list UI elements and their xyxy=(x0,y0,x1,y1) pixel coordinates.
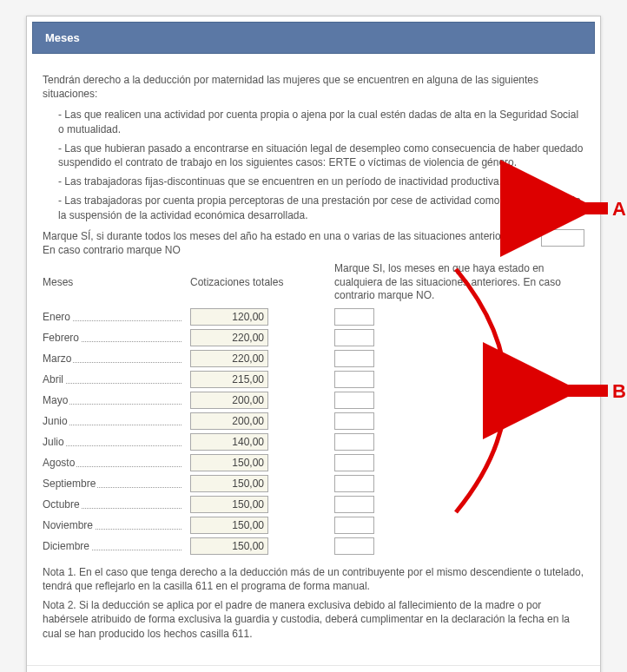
col-marque-si-header: Marque SI, los meses en que haya estado … xyxy=(329,262,584,306)
cotizacion-input[interactable] xyxy=(190,329,268,346)
month-cell: Noviembre xyxy=(43,516,182,535)
month-cell: Agosto xyxy=(43,453,182,472)
month-cell: Septiembre xyxy=(43,474,182,493)
modal-title: Meses xyxy=(32,22,595,54)
modal-body: Tendrán derecho a la deducción por mater… xyxy=(27,59,600,658)
month-si-input[interactable] xyxy=(334,308,374,326)
cotizacion-input[interactable] xyxy=(190,412,268,430)
month-cell: Enero xyxy=(43,307,182,326)
month-cell: Marzo xyxy=(43,349,182,368)
situation-item: Las trabajadoras fijas-discontinuas que … xyxy=(58,175,584,188)
month-cell: Junio xyxy=(43,412,182,431)
month-label: Marzo xyxy=(43,352,73,365)
situation-item: Las que realicen una actividad por cuent… xyxy=(58,108,584,135)
all-year-question-text: Marque SÍ, si durante todos los meses de… xyxy=(43,229,541,257)
month-cell: Diciembre xyxy=(43,537,182,556)
marker-a-label: A xyxy=(612,198,626,221)
month-label: Octubre xyxy=(43,498,82,511)
month-cell: Febrero xyxy=(43,328,182,347)
month-label: Agosto xyxy=(43,457,76,469)
note-1: Nota 1. En el caso que tenga derecho a l… xyxy=(43,565,584,593)
cotizacion-input[interactable] xyxy=(190,537,268,555)
month-si-input[interactable] xyxy=(334,392,374,409)
cotizacion-input[interactable] xyxy=(190,433,268,451)
months-grid: Meses Cotizaciones totales Marque SI, lo… xyxy=(43,262,584,557)
cotizacion-input[interactable] xyxy=(190,371,268,388)
month-label: Mayo xyxy=(43,394,69,406)
month-label: Diciembre xyxy=(43,540,91,552)
all-year-question-row: Marque SÍ, si durante todos los meses de… xyxy=(43,229,584,257)
month-cell: Mayo xyxy=(43,391,182,410)
month-si-input[interactable] xyxy=(334,517,374,534)
cotizacion-input[interactable] xyxy=(190,308,268,326)
button-bar: Aceptar Cancelar xyxy=(27,665,600,672)
month-label: Abril xyxy=(43,373,65,385)
month-si-input[interactable] xyxy=(334,454,374,471)
cotizacion-input[interactable] xyxy=(190,517,268,534)
situations-list: Las que realicen una actividad por cuent… xyxy=(43,108,584,221)
note-2: Nota 2. Si la deducción se aplica por el… xyxy=(43,598,584,641)
month-si-input[interactable] xyxy=(334,412,374,430)
month-si-input[interactable] xyxy=(334,475,374,492)
month-cell: Julio xyxy=(43,432,182,451)
notes: Nota 1. En el caso que tenga derecho a l… xyxy=(43,565,584,641)
marker-b-label: B xyxy=(612,380,626,403)
month-si-input[interactable] xyxy=(334,537,374,555)
month-label: Julio xyxy=(43,436,66,448)
month-si-input[interactable] xyxy=(334,329,374,346)
cotizacion-input[interactable] xyxy=(190,475,268,492)
situation-item: Las que hubieran pasado a encontrarse en… xyxy=(58,142,584,169)
cotizacion-input[interactable] xyxy=(190,496,268,513)
all-year-input[interactable] xyxy=(541,229,584,247)
month-label: Noviembre xyxy=(43,519,95,531)
cotizacion-input[interactable] xyxy=(190,392,268,409)
intro-text: Tendrán derecho a la deducción por mater… xyxy=(43,73,584,101)
month-label: Septiembre xyxy=(43,478,97,490)
cotizacion-input[interactable] xyxy=(190,350,268,367)
month-si-input[interactable] xyxy=(334,371,374,388)
month-si-input[interactable] xyxy=(334,350,374,367)
month-label: Junio xyxy=(43,415,69,427)
month-si-input[interactable] xyxy=(334,433,374,451)
month-label: Enero xyxy=(43,311,72,323)
month-label: Febrero xyxy=(43,332,81,344)
month-cell: Octubre xyxy=(43,495,182,514)
modal-meses: Meses Tendrán derecho a la deducción por… xyxy=(26,16,601,672)
col-cotizaciones-header: Cotizaciones totales xyxy=(190,276,320,292)
cotizacion-input[interactable] xyxy=(190,454,268,471)
col-meses-header: Meses xyxy=(43,276,182,292)
situation-item: Las trabajadoras por cuenta propia perce… xyxy=(58,194,584,221)
month-cell: Abril xyxy=(43,370,182,389)
month-si-input[interactable] xyxy=(334,496,374,513)
